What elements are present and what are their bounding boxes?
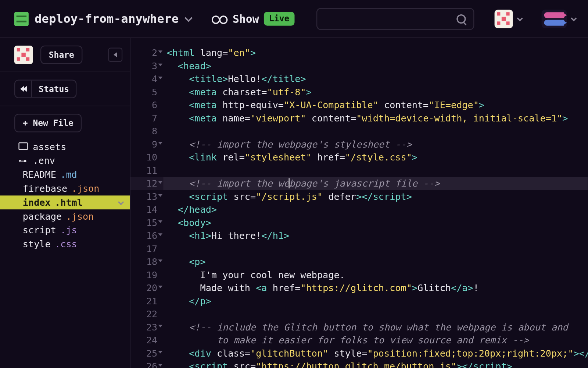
fold-icon[interactable] bbox=[158, 142, 162, 145]
file-row[interactable]: script.js bbox=[0, 223, 130, 237]
search-input[interactable] bbox=[325, 14, 456, 24]
code-line[interactable]: 5 <meta charset="utf-8"> bbox=[130, 85, 588, 98]
show-menu[interactable]: Show Live bbox=[212, 12, 294, 26]
share-button[interactable]: Share bbox=[40, 46, 83, 64]
token-a: http-equiv= bbox=[222, 100, 284, 110]
code-line[interactable]: 6 <meta http-equiv="X-UA-Compatible" con… bbox=[130, 99, 588, 112]
file-row[interactable]: assets bbox=[0, 140, 130, 154]
fold-icon[interactable] bbox=[158, 233, 162, 236]
code-content[interactable]: <body> bbox=[163, 216, 588, 229]
file-ext: .json bbox=[72, 183, 100, 194]
code-scroll[interactable]: 2<html lang="en">3 <head>4 <title>Hello!… bbox=[130, 38, 588, 368]
search-box[interactable] bbox=[316, 8, 474, 30]
fold-icon[interactable] bbox=[158, 64, 162, 66]
code-line[interactable]: 8 bbox=[130, 125, 588, 138]
code-content[interactable]: <link rel="stylesheet" href="/style.css"… bbox=[163, 151, 588, 164]
code-line[interactable]: 3 <head> bbox=[130, 59, 588, 72]
file-row[interactable]: README.md bbox=[0, 168, 130, 182]
code-line[interactable]: 10 <link rel="stylesheet" href="/style.c… bbox=[130, 151, 588, 164]
fold-icon[interactable] bbox=[158, 325, 162, 328]
code-content[interactable] bbox=[163, 308, 588, 321]
code-line[interactable]: 21 </p> bbox=[130, 294, 588, 307]
line-number: 7 bbox=[130, 112, 163, 124]
code-content[interactable]: <meta name="viewport" content="width=dev… bbox=[163, 112, 588, 124]
code-line[interactable]: 16 <h1>Hi there!</h1> bbox=[130, 229, 588, 242]
code-line[interactable]: 2<html lang="en"> bbox=[130, 46, 588, 59]
code-line[interactable]: 14 </head> bbox=[130, 203, 588, 216]
rewind-button[interactable] bbox=[15, 81, 32, 98]
fold-icon[interactable] bbox=[158, 351, 162, 354]
code-content[interactable]: <title>Hello!</title> bbox=[163, 72, 588, 85]
new-file-button[interactable]: + New File bbox=[14, 114, 82, 132]
fold-icon[interactable] bbox=[158, 259, 162, 262]
code-content[interactable]: <html lang="en"> bbox=[163, 46, 588, 59]
code-content[interactable]: <h1>Hi there!</h1> bbox=[163, 229, 588, 242]
code-content[interactable]: <p> bbox=[163, 255, 588, 268]
token-t: <link bbox=[189, 152, 222, 163]
fold-icon[interactable] bbox=[158, 77, 162, 79]
code-line[interactable]: 25 <div class="glitchButton" style="posi… bbox=[130, 347, 588, 360]
code-content[interactable]: to make it easier for folks to view sour… bbox=[163, 334, 588, 347]
code-line[interactable]: 17 bbox=[130, 242, 588, 255]
code-content[interactable] bbox=[163, 242, 588, 255]
token-t: <p> bbox=[189, 256, 206, 267]
file-name: style bbox=[23, 239, 51, 250]
token-a: content= bbox=[306, 113, 356, 124]
code-line[interactable]: 15 <body> bbox=[130, 216, 588, 229]
code-content[interactable]: Made with <a href="https://glitch.com">G… bbox=[163, 282, 588, 294]
fold-icon[interactable] bbox=[158, 50, 162, 53]
project-menu[interactable]: deploy-from-anywhere bbox=[14, 11, 190, 26]
code-line[interactable]: 23 <!-- include the Glitch button to sho… bbox=[130, 321, 588, 333]
code-line[interactable]: 20 Made with <a href="https://glitch.com… bbox=[130, 282, 588, 294]
file-row[interactable]: firebase.json bbox=[0, 181, 130, 195]
file-row[interactable]: package.json bbox=[0, 209, 130, 223]
file-row[interactable]: index.html bbox=[0, 195, 130, 209]
token-t: </p> bbox=[189, 296, 211, 307]
code-line[interactable]: 4 <title>Hello!</title> bbox=[130, 72, 588, 85]
code-line[interactable]: 12 <!-- import the webpage's javascript … bbox=[130, 177, 588, 190]
code-content[interactable]: <meta http-equiv="X-UA-Compatible" conte… bbox=[163, 99, 588, 112]
token-t: <script bbox=[189, 361, 233, 368]
code-content[interactable]: <meta charset="utf-8"> bbox=[163, 85, 588, 98]
code-content[interactable]: <script src="https://button.glitch.me/bu… bbox=[163, 360, 588, 368]
collapse-sidebar-button[interactable] bbox=[108, 47, 122, 62]
code-line[interactable]: 7 <meta name="viewport" content="width=d… bbox=[130, 112, 588, 124]
status-button[interactable]: Status bbox=[32, 81, 76, 98]
code-content[interactable]: I'm your cool new webpage. bbox=[163, 268, 588, 281]
code-line[interactable]: 13 <script src="/script.js" defer></scri… bbox=[130, 190, 588, 203]
token-t: <h1> bbox=[189, 230, 211, 241]
code-line[interactable]: 11 bbox=[130, 164, 588, 177]
code-content[interactable]: <div class="glitchButton" style="positio… bbox=[163, 347, 588, 360]
code-editor[interactable]: 2<html lang="en">3 <head>4 <title>Hello!… bbox=[130, 38, 588, 368]
token-tx: Hello! bbox=[228, 74, 261, 84]
token-t: > bbox=[562, 113, 568, 124]
sidebar-status-row: Status bbox=[0, 72, 130, 106]
line-number: 25 bbox=[130, 347, 163, 360]
code-content[interactable] bbox=[163, 125, 588, 138]
code-line[interactable]: 19 I'm your cool new webpage. bbox=[130, 268, 588, 281]
fold-icon[interactable] bbox=[158, 364, 162, 367]
code-content[interactable] bbox=[163, 164, 588, 177]
fold-icon[interactable] bbox=[158, 194, 162, 197]
token-t: > bbox=[250, 47, 256, 58]
code-line[interactable]: 18 <p> bbox=[130, 255, 588, 268]
code-line[interactable]: 9 <!-- import the webpage's stylesheet -… bbox=[130, 138, 588, 151]
fold-icon[interactable] bbox=[158, 181, 162, 184]
file-row[interactable]: .env bbox=[0, 154, 130, 168]
code-content[interactable]: <head> bbox=[163, 59, 588, 72]
user-menu[interactable] bbox=[495, 10, 521, 28]
code-content[interactable]: <!-- import the webpage's javascript fil… bbox=[163, 177, 588, 190]
file-row[interactable]: style.css bbox=[0, 237, 130, 251]
code-line[interactable]: 22 bbox=[130, 308, 588, 321]
code-content[interactable]: <!-- include the Glitch button to show w… bbox=[163, 321, 588, 333]
fold-icon[interactable] bbox=[158, 220, 162, 223]
sunglasses-icon bbox=[212, 15, 228, 23]
code-content[interactable]: <script src="/script.js" defer></script> bbox=[163, 190, 588, 203]
code-content[interactable]: </head> bbox=[163, 203, 588, 216]
code-content[interactable]: <!-- import the webpage's stylesheet --> bbox=[163, 138, 588, 151]
code-content[interactable]: </p> bbox=[163, 294, 588, 307]
code-line[interactable]: 24 to make it easier for folks to view s… bbox=[130, 334, 588, 347]
fold-icon[interactable] bbox=[158, 286, 162, 288]
team-menu[interactable] bbox=[542, 10, 576, 28]
code-line[interactable]: 26 <script src="https://button.glitch.me… bbox=[130, 360, 588, 368]
